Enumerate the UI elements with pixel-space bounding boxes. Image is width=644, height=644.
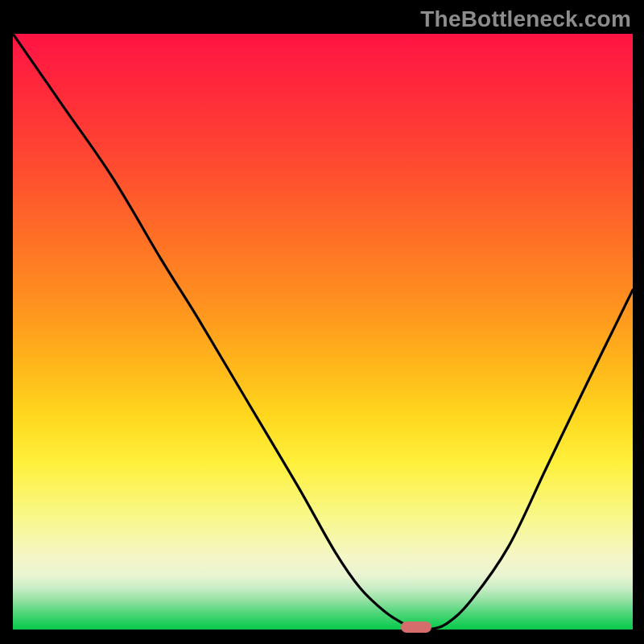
chart-container: TheBottleneck.com xyxy=(0,0,644,644)
bottleneck-curve xyxy=(13,34,633,630)
bottleneck-marker xyxy=(401,621,431,633)
plot-area xyxy=(13,34,633,630)
watermark-text: TheBottleneck.com xyxy=(420,6,631,32)
